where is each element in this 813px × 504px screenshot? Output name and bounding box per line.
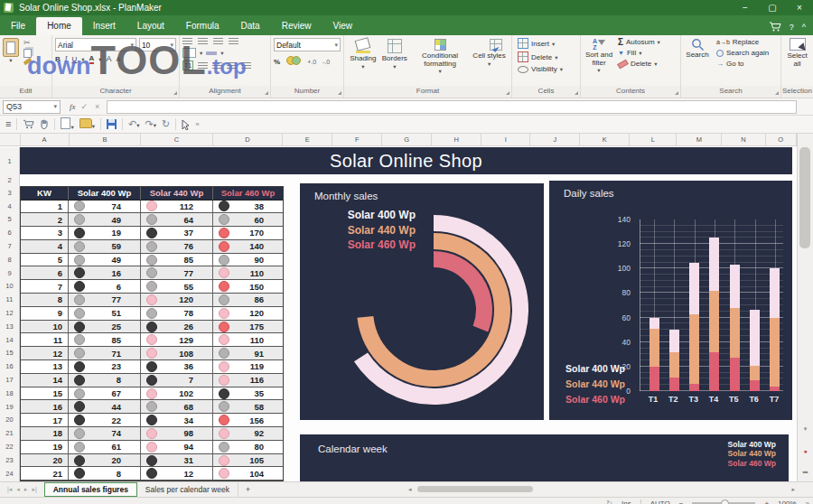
kw-cell[interactable]: 14	[21, 374, 69, 387]
kw-cell[interactable]: 3	[21, 227, 69, 239]
value-cell[interactable]: 49	[69, 213, 141, 226]
table-row[interactable]: 19619480	[21, 441, 283, 454]
value-cell[interactable]: 59	[69, 240, 141, 253]
value-cell[interactable]: 94	[141, 441, 213, 453]
percent-format-button[interactable]: %	[274, 58, 280, 66]
copy-icon[interactable]	[23, 49, 32, 58]
kw-cell[interactable]: 7	[21, 280, 69, 293]
column-header-O[interactable]: O	[766, 134, 797, 145]
next-sheet-icon[interactable]: ▸	[24, 486, 28, 493]
row-header-22[interactable]: 22	[0, 440, 20, 454]
value-cell[interactable]: 86	[213, 294, 283, 306]
value-cell[interactable]: 68	[141, 400, 213, 413]
kw-cell[interactable]: 6	[21, 266, 69, 279]
add-decimal-button[interactable]: +.0	[307, 58, 316, 66]
value-cell[interactable]: 51	[69, 307, 141, 320]
value-cell[interactable]: 61	[69, 441, 141, 453]
value-cell[interactable]: 64	[141, 213, 213, 226]
column-header-L[interactable]: L	[630, 134, 677, 145]
search-again-button[interactable]: Search again	[716, 49, 769, 57]
zoom-slider-knob[interactable]	[721, 499, 729, 504]
value-cell[interactable]: 49	[69, 254, 141, 266]
value-cell[interactable]: 175	[213, 321, 283, 333]
row-header-16[interactable]: 16	[0, 359, 20, 374]
search-button[interactable]: Search	[684, 38, 711, 86]
replace-button[interactable]: a→b Replace	[716, 38, 769, 46]
shading-button[interactable]: Shading▾	[350, 39, 376, 70]
value-cell[interactable]: 19	[69, 227, 141, 239]
value-cell[interactable]: 67	[69, 387, 141, 400]
autosum-button[interactable]: Σ Autosum▾	[618, 38, 660, 46]
table-row[interactable]: 5498590	[21, 254, 283, 267]
sheet-nav-arrows[interactable]: |◂ ◂ ▸ ▸|	[0, 482, 44, 497]
cell-styles-button[interactable]: Cell styles▾	[472, 39, 505, 68]
hand-icon[interactable]	[40, 119, 49, 130]
value-cell[interactable]: 16	[69, 266, 141, 279]
vertical-text-button[interactable]: T1	[182, 61, 193, 70]
cart-icon[interactable]	[769, 22, 781, 32]
cell-name-box[interactable]: Q53▾	[3, 100, 61, 114]
kw-cell[interactable]: 11	[21, 333, 69, 346]
delete-cells-button[interactable]: Delete▾	[518, 51, 577, 62]
row-header-8[interactable]: 8	[0, 253, 20, 267]
overflow-icon[interactable]: »	[195, 121, 199, 128]
value-cell[interactable]: 74	[69, 427, 141, 440]
number-format-combo[interactable]: Default▾	[274, 38, 341, 51]
calendar-week-chart[interactable]: Calendar week Solar 400 WpSolar 440 WpSo…	[300, 434, 789, 481]
value-cell[interactable]: 156	[213, 414, 283, 426]
value-cell[interactable]: 104	[213, 467, 283, 480]
kw-cell[interactable]: 2	[21, 213, 69, 226]
kw-cell[interactable]: 8	[21, 294, 69, 306]
column-header-M[interactable]: M	[677, 134, 722, 145]
value-cell[interactable]: 108	[141, 347, 213, 359]
horizontal-scrollbar[interactable]: ◂ ▸	[408, 484, 795, 495]
column-header-N[interactable]: N	[722, 134, 765, 145]
value-cell[interactable]: 102	[141, 387, 213, 400]
add-sheet-button[interactable]: +	[238, 482, 257, 497]
kw-cell[interactable]: 20	[21, 454, 69, 467]
value-cell[interactable]: 140	[213, 240, 283, 253]
value-cell[interactable]: 92	[213, 427, 283, 440]
value-cell[interactable]: 150	[213, 280, 283, 293]
delete-contents-button[interactable]: Delete▾	[618, 60, 660, 68]
table-row[interactable]: 7655150	[21, 280, 283, 294]
close-button[interactable]: ×	[786, 3, 813, 13]
currency-format-icon[interactable]	[286, 56, 301, 67]
menu-tab-file[interactable]: File	[0, 17, 36, 35]
value-cell[interactable]: 110	[213, 266, 283, 279]
value-cell[interactable]: 76	[141, 240, 213, 253]
last-sheet-icon[interactable]: ▸|	[32, 486, 36, 493]
row-header-9[interactable]: 9	[0, 266, 20, 281]
italic-button[interactable]: I	[65, 55, 68, 63]
column-header-E[interactable]: E	[283, 134, 332, 145]
column-header-H[interactable]: H	[432, 134, 481, 145]
cut-icon[interactable]: ✂	[23, 38, 32, 47]
column-header-B[interactable]: B	[70, 134, 142, 145]
value-cell[interactable]: 36	[141, 360, 213, 373]
first-sheet-icon[interactable]: |◂	[7, 486, 12, 493]
value-cell[interactable]: 119	[213, 360, 283, 373]
row-header-19[interactable]: 19	[0, 400, 20, 415]
align-justify-icon[interactable]	[241, 62, 251, 70]
column-header-K[interactable]: K	[580, 134, 630, 145]
pointer-icon[interactable]	[182, 119, 190, 130]
confirm-icon[interactable]: ✓	[81, 102, 89, 111]
monthly-sales-chart[interactable]: Monthly sales Solar 400 WpSolar 440 WpSo…	[300, 183, 544, 420]
column-header-C[interactable]: C	[141, 134, 213, 145]
table-row[interactable]: 1487116	[21, 374, 283, 387]
table-row[interactable]: 127110891	[21, 347, 283, 360]
zoom-in-button[interactable]: +	[764, 499, 769, 504]
row-header-4[interactable]: 4	[0, 200, 20, 214]
value-cell[interactable]: 85	[141, 254, 213, 266]
align-bottom-icon[interactable]	[213, 38, 223, 45]
bold-button[interactable]: B	[55, 55, 61, 63]
row-header-18[interactable]: 18	[0, 387, 20, 401]
orientation-icon[interactable]	[206, 51, 217, 55]
table-row[interactable]: 31937170	[21, 227, 283, 240]
kw-cell[interactable]: 12	[21, 347, 69, 359]
value-cell[interactable]: 85	[69, 333, 141, 346]
kw-cell[interactable]: 5	[21, 254, 69, 266]
collapse-ribbon-icon[interactable]: ^	[802, 23, 806, 32]
menu-tab-view[interactable]: View	[322, 17, 363, 35]
row-header-10[interactable]: 10	[0, 280, 20, 294]
